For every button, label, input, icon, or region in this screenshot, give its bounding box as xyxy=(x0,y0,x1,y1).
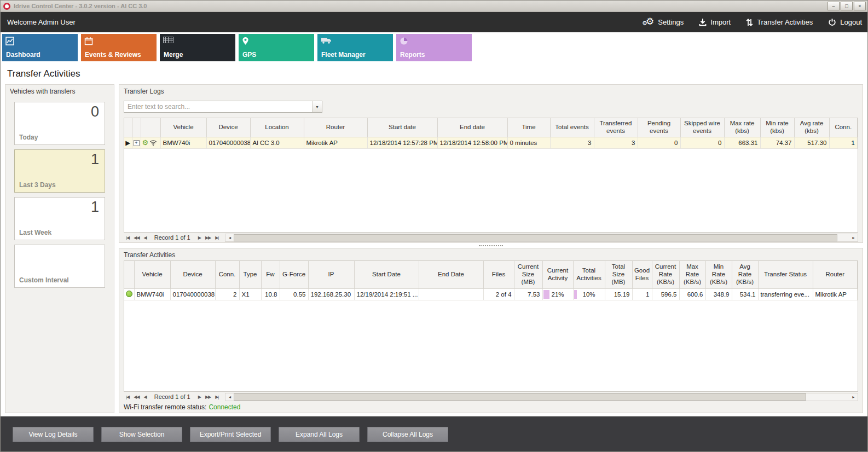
search-input[interactable] xyxy=(124,103,312,111)
transfer-log-row[interactable]: ▶ + ⚙ BMW740i 017040000038 Al CC 3.0 Mik… xyxy=(124,137,858,148)
export-print-selected-button[interactable]: Export/Print Selected xyxy=(190,427,271,442)
header-cell-end-date[interactable]: End Date xyxy=(419,261,483,288)
scroll-right-icon[interactable]: ► xyxy=(849,236,858,240)
header-cell-start-date[interactable]: Start date xyxy=(367,118,437,137)
header-cell-device[interactable]: Device xyxy=(206,118,250,137)
scrollbar-track[interactable] xyxy=(234,393,849,401)
header-cell-min-rate[interactable]: Min rate (kbs) xyxy=(760,118,794,137)
header-cell-avg-rate[interactable]: Avg Rate (KB/s) xyxy=(732,261,758,288)
scroll-left-icon[interactable]: ◄ xyxy=(225,395,234,399)
pager-first-icon[interactable]: |◀ xyxy=(124,235,131,240)
tile-fleet-manager[interactable]: Fleet Manager xyxy=(317,34,393,61)
header-cell-device[interactable]: Device xyxy=(170,261,215,288)
pager-last-icon[interactable]: ▶| xyxy=(213,235,221,240)
scrollbar-thumb[interactable] xyxy=(234,393,806,401)
scroll-right-icon[interactable]: ► xyxy=(849,395,858,399)
tile-events-reviews[interactable]: Events & Reviews xyxy=(81,34,157,61)
header-cell-conn[interactable]: Conn. xyxy=(829,118,858,137)
header-cell-router[interactable]: Router xyxy=(813,261,858,288)
header-cell-vehicle[interactable]: Vehicle xyxy=(160,118,206,137)
pager-next-page-icon[interactable]: ▶▶ xyxy=(203,395,213,399)
pager-first-icon[interactable]: |◀ xyxy=(124,395,131,399)
card-today[interactable]: 0 Today xyxy=(14,102,105,145)
header-cell-end-date[interactable]: End date xyxy=(437,118,507,137)
transfer-activity-row[interactable]: BMW740i 017040000038 2 X1 10.8 0.55 192.… xyxy=(124,288,858,300)
header-cell-transferred-events[interactable]: Transferred events xyxy=(594,118,638,137)
scrollbar-thumb[interactable] xyxy=(234,234,837,241)
header-cell-files[interactable]: Files xyxy=(483,261,514,288)
header-cell-fw[interactable]: Fw xyxy=(261,261,280,288)
expand-row-button[interactable]: + xyxy=(132,137,141,148)
card-custom-interval[interactable]: Custom Interval xyxy=(14,245,105,288)
tile-merge[interactable]: Merge xyxy=(160,34,235,61)
minimize-button[interactable]: – xyxy=(828,2,840,10)
logout-button[interactable]: Logout xyxy=(828,18,862,26)
header-cell-current-rate[interactable]: Current Rate (KB/s) xyxy=(652,261,679,288)
header-cell-type[interactable]: Type xyxy=(239,261,261,288)
header-cell-total-size[interactable]: Total Size (MB) xyxy=(605,261,632,288)
header-cell-start-date[interactable]: Start Date xyxy=(354,261,419,288)
scrollbar-track[interactable] xyxy=(234,234,849,241)
tile-gps[interactable]: GPS xyxy=(239,34,314,61)
header-cell-current-activity[interactable]: Current Activity xyxy=(542,261,573,288)
header-cell-total-events[interactable]: Total events xyxy=(550,118,594,137)
cell-total-size: 15.19 xyxy=(605,288,632,300)
card-last-3-days[interactable]: 1 Last 3 Days xyxy=(14,149,105,193)
header-cell-ip[interactable]: IP xyxy=(308,261,354,288)
collapse-all-logs-button[interactable]: Collapse All Logs xyxy=(367,427,448,442)
pager-prev-page-icon[interactable]: ◀◀ xyxy=(131,235,141,240)
transfer-activities-panel: Transfer Activities Ve xyxy=(119,248,863,413)
header-cell-router[interactable]: Router xyxy=(304,118,367,137)
panel-splitter[interactable] xyxy=(119,243,863,248)
pager-next-icon[interactable]: ▶ xyxy=(196,395,203,399)
header-cell-good-files[interactable]: Good Files xyxy=(632,261,652,288)
header-cell-g-force[interactable]: G-Force xyxy=(280,261,308,288)
pager-prev-icon[interactable]: ◀ xyxy=(142,395,149,399)
dropdown-arrow-icon[interactable]: ▼ xyxy=(312,101,322,112)
view-log-details-button[interactable]: View Log Details xyxy=(13,427,94,442)
maximize-button[interactable]: □ xyxy=(841,2,853,10)
show-selection-button[interactable]: Show Selection xyxy=(101,427,182,442)
pager-next-page-icon[interactable]: ▶▶ xyxy=(203,235,213,240)
header-cell-min-rate[interactable]: Min Rate (KB/s) xyxy=(705,261,732,288)
header-cell-location[interactable]: Location xyxy=(250,118,304,137)
app-icon xyxy=(3,3,10,10)
header-cell-avg-rate[interactable]: Avg rate (kbs) xyxy=(794,118,829,137)
horizontal-scrollbar[interactable]: ◄ ► xyxy=(225,234,858,242)
header-cell-max-rate[interactable]: Max rate (kbs) xyxy=(724,118,760,137)
transfer-activities-button[interactable]: Transfer Activities xyxy=(746,18,813,27)
card-last-week[interactable]: 1 Last Week xyxy=(14,197,105,240)
header-cell-conn[interactable]: Conn. xyxy=(215,261,239,288)
pager-prev-page-icon[interactable]: ◀◀ xyxy=(131,395,141,399)
header-cell-total-activities[interactable]: Total Activities xyxy=(573,261,605,288)
header-cell-vehicle[interactable]: Vehicle xyxy=(134,261,170,288)
header-cell-pending-events[interactable]: Pending events xyxy=(638,118,680,137)
import-button[interactable]: Import xyxy=(699,18,731,26)
expand-all-logs-button[interactable]: Expand All Logs xyxy=(279,427,360,442)
pager-next-icon[interactable]: ▶ xyxy=(196,235,203,240)
cell-device: 017040000038 xyxy=(170,288,215,300)
gear-icon: ⚙ xyxy=(142,138,149,147)
pager-last-icon[interactable]: ▶| xyxy=(213,395,221,399)
cell-min-rate: 74.37 xyxy=(760,137,794,148)
close-button[interactable]: × xyxy=(854,2,866,10)
scroll-left-icon[interactable]: ◄ xyxy=(225,236,234,240)
header-cell xyxy=(141,118,160,137)
tile-dashboard[interactable]: Dashboard xyxy=(2,34,78,61)
header-cell-current-size[interactable]: Current Size (MB) xyxy=(514,261,542,288)
plus-icon[interactable]: + xyxy=(134,140,140,146)
header-cell-skipped-wire-events[interactable]: Skipped wire events xyxy=(680,118,724,137)
header-cell-time[interactable]: Time xyxy=(507,118,550,137)
cell-conn: 2 xyxy=(215,288,239,300)
transfer-logs-caption: Transfer Logs xyxy=(119,85,863,97)
pager-prev-icon[interactable]: ◀ xyxy=(142,235,149,240)
cell-total-events: 3 xyxy=(550,137,594,148)
header-cell-max-rate[interactable]: Max Rate (KB/s) xyxy=(679,261,705,288)
title-bar: Idrive Control Center - 3.0.2 version - … xyxy=(1,1,867,12)
horizontal-scrollbar[interactable]: ◄ ► xyxy=(225,393,858,401)
tile-reports[interactable]: Reports xyxy=(396,34,472,61)
header-cell-transfer-status[interactable]: Transfer Status xyxy=(758,261,813,288)
settings-button[interactable]: ⚙⚙ Settings xyxy=(646,18,684,27)
cell-good-files: 1 xyxy=(632,288,652,300)
dashboard-chart-icon xyxy=(5,37,14,47)
